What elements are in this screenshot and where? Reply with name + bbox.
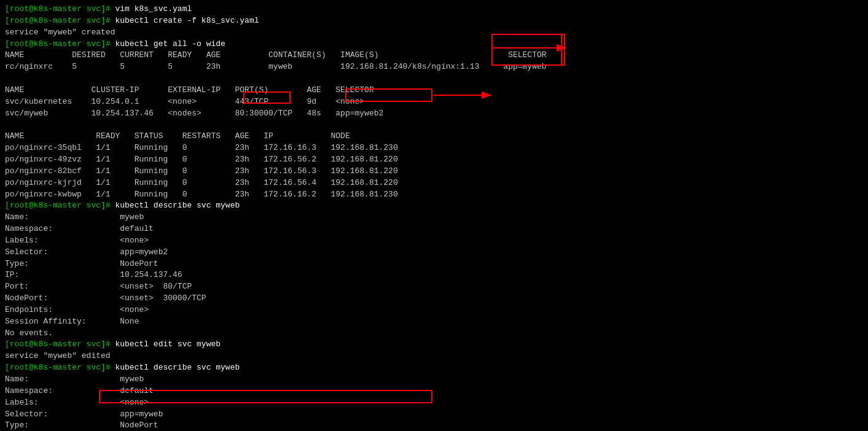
- line-describe-cmd-1: [root@k8s-master svc]# kubectl describe …: [5, 200, 863, 212]
- line-describe-cmd-2: [root@k8s-master svc]# kubectl describe …: [5, 362, 863, 374]
- line-port-1: Port: <unset> 80/TCP: [5, 281, 863, 293]
- line-labels-1: Labels: <none>: [5, 235, 863, 247]
- line-selector-1: Selector: app=myweb2: [5, 247, 863, 258]
- line-pod-5: po/nginxrc-kwbwp 1/1 Running 0 23h 172.1…: [5, 189, 863, 201]
- line-type-2: Type: NodePort: [5, 420, 863, 431]
- line-events-1: No events.: [5, 328, 863, 340]
- line-labels-2: Labels: <none>: [5, 397, 863, 409]
- line-name-1: Name: myweb: [5, 212, 863, 223]
- line-pod-3: po/nginxrc-82bcf 1/1 Running 0 23h 172.1…: [5, 166, 863, 177]
- line-ip-1: IP: 10.254.137.46: [5, 270, 863, 281]
- line-ns-2: Namespace: default: [5, 386, 863, 397]
- line-edit-cmd: [root@k8s-master svc]# kubectl edit svc …: [5, 339, 863, 351]
- line-affinity-1: Session Affinity: None: [5, 316, 863, 328]
- line-selector-2: Selector: app=myweb: [5, 409, 863, 421]
- line-ns-1: Namespace: default: [5, 223, 863, 235]
- line-1: [root@k8s-master svc]# vim k8s_svc.yaml: [5, 4, 863, 15]
- line-8-header: NAME CLUSTER-IP EXTERNAL-IP PORT(S) AGE …: [5, 85, 863, 96]
- line-10: svc/myweb 10.254.137.46 <nodes> 80:30000…: [5, 108, 863, 120]
- line-name-2: Name: myweb: [5, 374, 863, 386]
- terminal: [root@k8s-master svc]# vim k8s_svc.yaml …: [0, 0, 868, 431]
- line-endpoints-1: Endpoints: <none>: [5, 305, 863, 316]
- line-12-header: NAME READY STATUS RESTARTS AGE IP NODE: [5, 131, 863, 142]
- line-2: [root@k8s-master svc]# kubectl create -f…: [5, 15, 863, 27]
- line-5-header: NAME DESIRED CURRENT READY AGE CONTAINER…: [5, 50, 863, 61]
- line-type-1: Type: NodePort: [5, 258, 863, 270]
- line-4: [root@k8s-master svc]# kubectl get all -…: [5, 39, 863, 50]
- line-edited: service "myweb" edited: [5, 351, 863, 362]
- line-9: svc/kubernetes 10.254.0.1 <none> 443/TCP…: [5, 96, 863, 108]
- line-3: service "myweb" created: [5, 27, 863, 39]
- line-blank-2: [5, 119, 863, 131]
- line-blank-1: [5, 73, 863, 85]
- line-nodeport-1: NodePort: <unset> 30000/TCP: [5, 293, 863, 305]
- line-pod-1: po/nginxrc-35qbl 1/1 Running 0 23h 172.1…: [5, 142, 863, 154]
- line-pod-2: po/nginxrc-49zvz 1/1 Running 0 23h 172.1…: [5, 154, 863, 166]
- line-pod-4: po/nginxrc-kjrjd 1/1 Running 0 23h 172.1…: [5, 177, 863, 189]
- line-6: rc/nginxrc 5 5 5 23h myweb 192.168.81.24…: [5, 61, 863, 73]
